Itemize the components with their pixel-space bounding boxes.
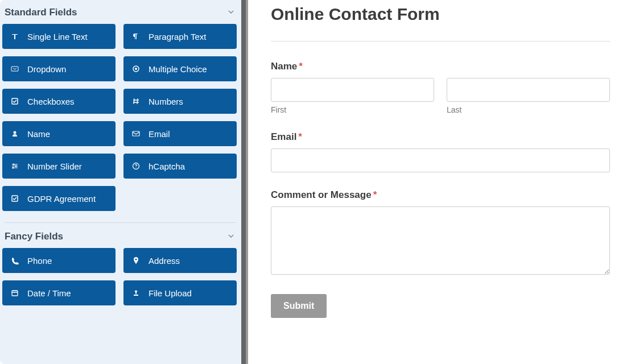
hcaptcha-field[interactable]: hCaptcha [123,154,237,179]
phone-icon [10,256,19,265]
paragraph-icon [131,32,141,41]
envelope-icon [131,129,141,138]
slider-icon [10,162,19,171]
field-label: Name [27,129,50,139]
svg-rect-5 [133,131,139,136]
phone-field[interactable]: Phone [2,248,116,273]
svg-point-7 [15,166,17,167]
field-label: hCaptcha [149,162,185,171]
svg-point-4 [14,131,17,134]
fancy-fields-grid: Phone Address Date / Time File Upload [2,248,239,316]
comment-textarea[interactable] [271,206,610,275]
required-marker: * [298,131,302,142]
email-label: Email* [271,131,610,143]
form-email-field: Email* [271,131,610,172]
email-input[interactable] [271,148,610,172]
email-field-btn[interactable]: Email [123,121,237,146]
field-label: Multiple Choice [149,64,207,74]
checkbox-icon [10,97,19,106]
user-icon [10,129,19,138]
file-upload-field[interactable]: File Upload [123,280,237,305]
field-label: Number Slider [27,162,82,171]
last-sublabel: Last [447,105,610,114]
dropdown-icon [10,64,19,73]
paragraph-text-field[interactable]: Paragraph Text [123,24,237,49]
upload-icon [131,288,141,297]
comment-label: Comment or Message* [271,189,610,201]
question-icon [131,162,141,171]
svg-rect-0 [11,67,18,71]
checkbox-icon [10,194,19,203]
field-label: Email [149,129,170,139]
svg-point-6 [13,164,15,166]
number-slider-field[interactable]: Number Slider [2,154,116,179]
single-line-text-field[interactable]: Single Line Text [2,24,116,49]
checkboxes-field[interactable]: Checkboxes [2,89,116,114]
field-label: File Upload [149,288,192,298]
field-label: Dropdown [27,64,66,74]
name-label: Name* [271,61,610,72]
submit-button[interactable]: Submit [271,294,327,318]
last-name-input[interactable] [447,78,610,102]
name-field[interactable]: Name [2,121,116,146]
chevron-down-icon [228,9,234,17]
field-label: Numbers [149,97,183,106]
fancy-fields-header[interactable]: Fancy Fields [2,224,239,248]
required-marker: * [299,61,303,72]
svg-point-2 [135,68,137,70]
dropdown-field[interactable]: Dropdown [2,56,116,81]
form-title: Online Contact Form [271,5,610,24]
standard-fields-grid: Single Line Text Paragraph Text Dropdown… [2,24,239,221]
field-label: Paragraph Text [149,32,206,42]
title-divider [271,41,610,42]
date-time-field[interactable]: Date / Time [2,280,116,305]
text-icon [10,32,19,41]
fields-sidebar: Standard Fields Single Line Text Paragra… [0,0,246,364]
chevron-down-icon [228,233,234,241]
section-title: Fancy Fields [5,231,63,242]
required-marker: * [373,189,377,200]
field-label: Date / Time [27,288,71,298]
calendar-icon [10,288,19,297]
svg-point-10 [135,167,136,168]
standard-fields-header[interactable]: Standard Fields [2,0,239,24]
field-label: Single Line Text [27,32,88,42]
svg-point-8 [13,167,14,169]
form-comment-field: Comment or Message* [271,189,610,277]
hash-icon [131,97,141,106]
pin-icon [131,256,141,265]
form-preview: Online Contact Form Name* First Last Ema… [246,0,635,364]
first-name-input[interactable] [271,78,434,102]
section-title: Standard Fields [5,7,77,18]
section-divider [5,222,237,223]
gdpr-agreement-field[interactable]: GDPR Agreement [2,186,116,211]
form-name-field: Name* First Last [271,61,610,114]
address-field[interactable]: Address [123,248,237,273]
first-sublabel: First [271,105,434,114]
svg-rect-12 [12,291,18,296]
field-label: Phone [27,256,52,266]
field-label: GDPR Agreement [27,194,96,204]
radio-icon [131,64,141,73]
field-label: Checkboxes [27,97,75,106]
field-label: Address [149,256,180,266]
multiple-choice-field[interactable]: Multiple Choice [123,56,237,81]
numbers-field[interactable]: Numbers [123,89,237,114]
